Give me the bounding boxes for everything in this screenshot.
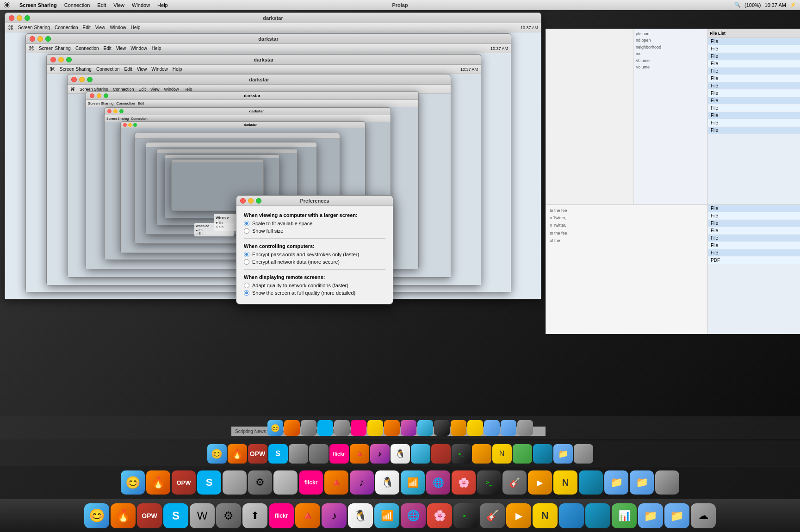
wm-window-3[interactable]: Window: [151, 67, 168, 72]
minimize-btn-5[interactable]: [97, 93, 101, 98]
wm-screensharing-4[interactable]: Screen Sharing: [80, 87, 108, 92]
wm-connection-4[interactable]: Connection: [113, 87, 134, 92]
radio-adapt-quality[interactable]: [244, 283, 249, 288]
wm-edit-3[interactable]: Edit: [124, 67, 132, 72]
pref-option-3-2[interactable]: Show the screen at full quality (more de…: [244, 290, 385, 296]
dock-vlc-r2[interactable]: 🔺: [350, 444, 369, 464]
dock-fd-main[interactable]: 📁: [638, 503, 663, 528]
pref-option-2-1[interactable]: Encrypt passwords and keystrokes only (f…: [244, 252, 385, 257]
dock-bl-main[interactable]: [559, 503, 584, 528]
wm-help-2[interactable]: Help: [152, 46, 161, 51]
dock-wd-r2[interactable]: [289, 444, 308, 464]
dock-up-main[interactable]: ⬆: [242, 503, 267, 528]
dock-set-r2[interactable]: [309, 444, 329, 464]
pref-minimize-btn[interactable]: [248, 198, 254, 204]
wm-window-2[interactable]: Window: [130, 46, 147, 51]
dock-icon-vlc-back[interactable]: [384, 420, 400, 436]
wm-edit-5[interactable]: Edit: [138, 101, 144, 105]
minimize-btn-6[interactable]: [113, 109, 118, 113]
pref-close-btn[interactable]: [240, 198, 246, 204]
wm-view-2[interactable]: View: [116, 46, 126, 51]
dock-gn-r2[interactable]: [513, 444, 532, 464]
dock-icon-s3-back[interactable]: [334, 420, 350, 436]
dock-term-r3[interactable]: >_: [477, 470, 501, 495]
wm-view-4[interactable]: View: [150, 87, 159, 92]
pref-option-1-1[interactable]: Scale to fit available space: [244, 221, 385, 226]
dock-finder-main[interactable]: 😊: [84, 503, 109, 528]
dock-ff-r3[interactable]: 🔥: [146, 470, 170, 495]
wm-help-3[interactable]: Help: [173, 67, 182, 72]
dock-sk-r2[interactable]: S: [268, 444, 288, 464]
dock-wd-r3[interactable]: [223, 470, 247, 495]
zoom-btn-7[interactable]: [133, 123, 137, 127]
menu-window[interactable]: Window: [132, 2, 150, 8]
wm-connection-5[interactable]: Connection: [116, 101, 135, 105]
dock-wf-main[interactable]: 📶: [374, 503, 399, 528]
dock-opm-r3[interactable]: OPW: [172, 470, 196, 495]
dock-it-r3[interactable]: ♪: [350, 470, 374, 495]
dock-n-r2[interactable]: N: [492, 444, 512, 464]
dock-sp-r2[interactable]: [472, 444, 491, 464]
app-name[interactable]: Screen Sharing: [19, 2, 57, 8]
zoom-btn-4[interactable]: [87, 77, 93, 82]
radio-scale-fit[interactable]: [244, 221, 249, 226]
dock-icon-fl-back[interactable]: [351, 420, 366, 436]
wm-view-1[interactable]: View: [95, 25, 105, 30]
zoom-btn-2[interactable]: [45, 36, 51, 42]
dock-term-r2[interactable]: >_: [452, 444, 471, 464]
dock-misc2-main[interactable]: ☁: [691, 503, 716, 528]
close-btn-3[interactable]: [50, 57, 56, 62]
wm-edit-4[interactable]: Edit: [139, 87, 146, 92]
pref-option-1-2[interactable]: Show full size: [244, 228, 385, 234]
wm-help-4[interactable]: Help: [183, 87, 192, 92]
wm-edit-2[interactable]: Edit: [104, 46, 112, 51]
zoom-btn-6[interactable]: [119, 109, 124, 113]
dock-rd-main[interactable]: 🌸: [427, 503, 452, 528]
dock-sp2-r3[interactable]: ▶: [528, 470, 552, 495]
dock-opm-r2[interactable]: OPW: [248, 444, 267, 464]
wm-6[interactable]: Screen Sharing: [106, 117, 129, 120]
dock-fd2-r3[interactable]: 📁: [630, 470, 654, 495]
radio-full-size[interactable]: [244, 228, 249, 234]
dock-bl-r2[interactable]: [533, 444, 552, 464]
close-btn-1[interactable]: [9, 15, 14, 21]
dock-icon-fd2-back[interactable]: [501, 420, 516, 436]
dock-rd-r2[interactable]: [431, 444, 451, 464]
close-btn-2[interactable]: [30, 36, 35, 42]
minimize-btn-4[interactable]: [79, 77, 85, 82]
dock-fl-r2[interactable]: flickr: [329, 444, 349, 464]
dock-fl-r3[interactable]: flickr: [299, 470, 323, 495]
wm-connection-2[interactable]: Connection: [75, 46, 99, 51]
wm-screensharing-2[interactable]: Screen Sharing: [39, 46, 71, 51]
dock-sp-main[interactable]: 🌐: [401, 503, 426, 528]
wm-conn-6[interactable]: Connection: [131, 117, 147, 120]
menu-view[interactable]: View: [113, 2, 124, 8]
dock-icon-ff-back[interactable]: [284, 420, 300, 436]
dock-up-r3[interactable]: [273, 470, 298, 495]
dock-gn-main[interactable]: 📊: [612, 503, 637, 528]
dock-opm-main[interactable]: OPW: [137, 503, 162, 528]
radio-encrypt-all[interactable]: [244, 259, 249, 265]
wm-screensharing-5[interactable]: Screen Sharing: [88, 101, 113, 105]
dock-icon-sp-back[interactable]: [451, 420, 466, 436]
dock-icon-wf-back[interactable]: [417, 420, 433, 436]
wm-connection-1[interactable]: Connection: [55, 25, 78, 30]
wm-edit-1[interactable]: Edit: [83, 25, 91, 30]
minimize-btn-2[interactable]: [37, 36, 43, 42]
dock-vlc-main[interactable]: 🔺: [295, 503, 320, 528]
dock-set-r3[interactable]: ⚙: [248, 470, 272, 495]
dock-fl-main[interactable]: flickr: [269, 503, 294, 528]
dock-icon-misc-back[interactable]: [517, 420, 533, 436]
dock-fd-r2[interactable]: 📁: [553, 444, 573, 464]
dock-icon-s4-back[interactable]: [367, 420, 383, 436]
dock-bl2-main[interactable]: [585, 503, 610, 528]
minimize-btn-1[interactable]: [17, 15, 22, 21]
radio-full-quality[interactable]: [244, 290, 249, 296]
close-btn-6[interactable]: [107, 109, 112, 113]
dock-icon-tm-back[interactable]: [434, 420, 450, 436]
dock-fd2-main[interactable]: 📁: [664, 503, 689, 528]
dock-pen-r3[interactable]: 🐧: [375, 470, 399, 495]
dock-icon-fd1-back[interactable]: [484, 420, 500, 436]
wm-view-3[interactable]: View: [137, 67, 147, 72]
wm-window-1[interactable]: Window: [110, 25, 126, 30]
